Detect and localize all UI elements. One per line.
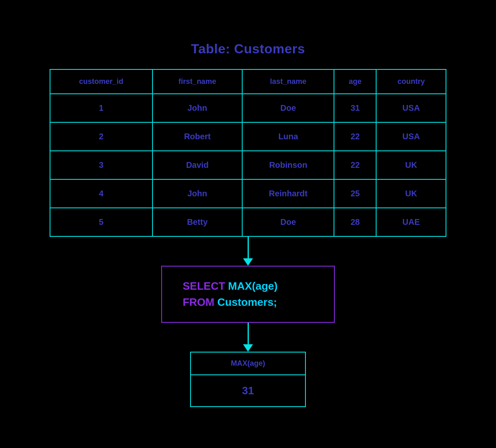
table-header-row: customer_id first_name last_name age cou… [50,70,446,94]
cell-country: USA [376,122,446,151]
cell-country: USA [376,94,446,122]
cell-country: UK [376,151,446,179]
sql-keyword-from: FROM [183,296,215,308]
cell-first_name: Betty [153,208,243,236]
sql-text: SELECT MAX(age) FROM Customers; [183,278,313,310]
col-header-country: country [376,70,446,94]
cell-country: UAE [376,208,446,236]
result-value: 31 [191,375,305,406]
cell-customer_id: 2 [50,122,153,151]
cell-age: 25 [334,179,376,208]
table-row: 5BettyDoe28UAE [50,208,446,236]
col-header-first-name: first_name [153,70,243,94]
sql-func-max: MAX(age) [225,280,278,292]
table-row: 2RobertLuna22USA [50,122,446,151]
col-header-last-name: last_name [242,70,334,94]
cell-age: 31 [334,94,376,122]
cell-last_name: Doe [242,94,334,122]
cell-age: 22 [334,151,376,179]
cell-last_name: Robinson [242,151,334,179]
cell-last_name: Reinhardt [242,179,334,208]
table-row: 3DavidRobinson22UK [50,151,446,179]
cell-customer_id: 5 [50,208,153,236]
sql-keyword-select: SELECT [183,280,225,292]
cell-customer_id: 4 [50,179,153,208]
cell-first_name: John [153,94,243,122]
table-row: 1JohnDoe31USA [50,94,446,122]
cell-customer_id: 1 [50,94,153,122]
cell-first_name: Robert [153,122,243,151]
sql-table-name: Customers; [215,296,277,308]
col-header-age: age [334,70,376,94]
main-container: Table: Customers customer_id first_name … [0,25,496,424]
table-row: 4JohnReinhardt25UK [50,179,446,208]
customers-table-wrapper: customer_id first_name last_name age cou… [50,69,446,237]
arrow-head-1 [243,258,253,266]
arrow-to-sql [243,237,253,266]
page-title: Table: Customers [191,41,305,57]
result-table-wrapper: MAX(age) 31 [190,352,306,407]
cell-first_name: John [153,179,243,208]
cell-age: 22 [334,122,376,151]
cell-country: UK [376,179,446,208]
arrow-line-2 [248,323,249,344]
cell-last_name: Luna [242,122,334,151]
col-header-customer-id: customer_id [50,70,153,94]
cell-last_name: Doe [242,208,334,236]
cell-first_name: David [153,151,243,179]
cell-age: 28 [334,208,376,236]
arrow-to-result [243,323,253,352]
sql-box: SELECT MAX(age) FROM Customers; [161,266,335,323]
cell-customer_id: 3 [50,151,153,179]
arrow-line-1 [248,237,249,258]
result-header: MAX(age) [191,353,305,375]
customers-table: customer_id first_name last_name age cou… [50,70,446,236]
arrow-head-2 [243,344,253,352]
